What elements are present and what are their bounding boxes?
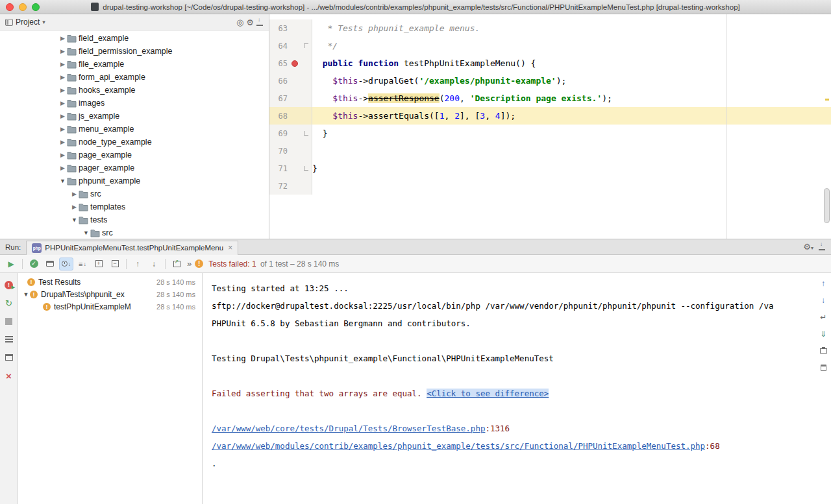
tree-item-hooks-example[interactable]: ▶hooks_example (0, 84, 269, 97)
gear-icon[interactable]: ⚙▾ (803, 242, 813, 252)
code-line[interactable]: 64 */ (269, 37, 831, 54)
collapse-arrow-icon[interactable]: ▼ (58, 178, 67, 184)
see-difference-link[interactable]: <Click to see difference> (427, 389, 549, 398)
code-line[interactable]: 70 (269, 142, 831, 160)
import-test-results-button[interactable] (169, 258, 184, 270)
previous-failed-test-button[interactable]: ↑ (130, 258, 145, 270)
toggle-auto-test-button[interactable]: ↻ (4, 298, 14, 308)
expand-arrow-icon[interactable]: ▶ (58, 152, 67, 158)
scroll-to-end-button[interactable]: ⇓ (818, 329, 828, 339)
collapse-arrow-icon[interactable]: ▼ (82, 230, 90, 236)
rerun-failed-tests-button[interactable]: ! (4, 280, 14, 290)
expand-arrow-icon[interactable]: ▶ (58, 87, 67, 93)
code-line[interactable]: 69 } (269, 125, 831, 142)
show-output-button[interactable] (4, 334, 14, 344)
show-passed-button[interactable]: ✓ (27, 258, 41, 270)
code-line[interactable]: 71 } (269, 160, 831, 177)
print-button[interactable] (818, 346, 828, 356)
expand-all-button[interactable]: + (92, 258, 106, 270)
expand-arrow-icon[interactable]: ▶ (58, 165, 67, 171)
chevron-down-icon[interactable]: ▾ (42, 19, 45, 25)
tree-item-tests[interactable]: ▼tests (0, 213, 269, 226)
soft-wrap-button[interactable]: ↵ (818, 312, 828, 322)
fold-marker-icon[interactable] (304, 131, 308, 136)
code-line[interactable]: 66 $this->drupalGet('/examples/phpunit-e… (269, 72, 831, 90)
expand-arrow-icon[interactable]: ▶ (58, 61, 67, 67)
clear-all-button[interactable] (818, 363, 828, 373)
gear-icon[interactable]: ⚙ (246, 18, 254, 27)
expand-arrow-icon[interactable]: ▶ (58, 126, 67, 132)
code-line[interactable]: 65 public function testPhpUnitExampleMen… (269, 54, 831, 72)
test-class-row[interactable]: ▼ ! Drupal\Tests\phpunit_ex 28 s 140 ms (18, 288, 202, 300)
code-line-highlighted[interactable]: 68 $this->assertEquals([1, 2], [3, 4]); (269, 107, 831, 125)
collapse-arrow-icon[interactable]: ▼ (70, 217, 79, 223)
tree-item-pager-example[interactable]: ▶pager_example (0, 162, 269, 174)
collapse-arrow-icon[interactable]: ▼ (22, 291, 30, 298)
expand-arrow-icon[interactable]: ▶ (58, 74, 67, 80)
toolbar-overflow-icon[interactable]: » (186, 259, 193, 269)
rerun-button[interactable]: ▶ (4, 258, 18, 270)
code-editor[interactable]: 63 * Tests phpunit_example menus. 64 */ … (269, 14, 831, 239)
tree-item-page-example[interactable]: ▶page_example (0, 149, 269, 162)
tree-item-form-api-example[interactable]: ▶form_api_example (0, 71, 269, 84)
fold-marker-icon[interactable] (304, 166, 308, 171)
expand-arrow-icon[interactable]: ▶ (58, 139, 67, 145)
expand-arrow-icon[interactable]: ▶ (58, 113, 67, 119)
line-number: 71 (269, 164, 289, 173)
restore-layout-button[interactable] (4, 352, 14, 363)
collapse-all-button[interactable]: − (108, 258, 122, 270)
code-line[interactable]: 63 * Tests phpunit_example menus. (269, 19, 831, 37)
expand-arrow-icon[interactable]: ▶ (70, 204, 79, 210)
sort-alphabetically-button[interactable]: ≡↓ (75, 258, 90, 270)
console-line: Testing started at 13:25 ... (212, 280, 812, 297)
code-line[interactable]: 72 (269, 177, 831, 195)
hide-panel-icon[interactable] (819, 243, 826, 250)
close-panel-button[interactable]: × (4, 370, 14, 381)
close-window-button[interactable] (6, 3, 14, 11)
zoom-window-button[interactable] (32, 3, 40, 11)
minimize-window-button[interactable] (19, 3, 27, 11)
tree-item-menu-example[interactable]: ▶menu_example (0, 123, 269, 136)
code-token: , (445, 111, 455, 121)
tree-item-templates[interactable]: ▶templates (0, 200, 269, 213)
fold-marker-icon[interactable] (304, 43, 308, 48)
tree-item-field-example[interactable]: ▶field_example (0, 32, 269, 45)
test-duration: 28 s 140 ms (156, 278, 202, 286)
tree-item-file-example[interactable]: ▶file_example (0, 58, 269, 71)
tree-item-src[interactable]: ▶src (0, 187, 269, 200)
expand-arrow-icon[interactable]: ▶ (58, 35, 67, 42)
stack-trace-file-link[interactable]: /var/www/web/modules/contrib/examples/ph… (212, 441, 705, 451)
expand-arrow-icon[interactable]: ▶ (58, 48, 67, 54)
expand-arrow-icon[interactable]: ▶ (70, 191, 79, 197)
down-stack-trace-button[interactable]: ↓ (818, 295, 828, 306)
tree-item-node-type-example[interactable]: ▶node_type_example (0, 136, 269, 149)
test-method-row[interactable]: ! testPhpUnitExampleM 28 s 140 ms (18, 300, 202, 313)
test-failed-icon: ! (27, 278, 35, 286)
failed-test-gutter-icon[interactable] (291, 60, 298, 67)
hide-panel-icon[interactable] (256, 19, 264, 26)
warning-stripe-mark[interactable] (825, 99, 829, 101)
locate-file-icon[interactable]: ◎ (236, 18, 243, 27)
show-ignored-button[interactable] (43, 258, 57, 270)
tree-item-phpunit-example[interactable]: ▼phpunit_example (0, 174, 269, 187)
console-line: sftp://docker@drupaltest.docksal:2225/us… (212, 297, 812, 315)
test-results-root-row[interactable]: ! Test Results 28 s 140 ms (18, 276, 202, 288)
up-stack-trace-button[interactable]: ↑ (818, 278, 828, 289)
tree-item-field-permission-example[interactable]: ▶field_permission_example (0, 45, 269, 58)
close-tab-icon[interactable]: × (228, 243, 232, 252)
stack-trace-file-link[interactable]: /var/www/web/core/tests/Drupal/Tests/Bro… (212, 424, 485, 433)
editor-scrollbar-thumb[interactable] (824, 188, 830, 223)
expand-arrow-icon[interactable]: ▶ (58, 100, 67, 106)
sort-by-duration-button[interactable]: ↓ (59, 258, 73, 270)
tree-item-tests-src[interactable]: ▼src (0, 226, 269, 239)
tree-item-js-example[interactable]: ▶js_example (0, 110, 269, 123)
project-panel-title[interactable]: Project (16, 18, 40, 27)
stop-button[interactable] (4, 316, 14, 326)
folder-label: field_example (79, 34, 129, 43)
project-panel-header: Project ▾ ◎ ⚙ (0, 14, 269, 30)
code-line[interactable]: 67 $this->assertResponse(200, 'Descripti… (269, 90, 831, 107)
tree-item-images[interactable]: ▶images (0, 97, 269, 110)
test-console[interactable]: Testing started at 13:25 ... sftp://dock… (203, 273, 831, 504)
next-failed-test-button[interactable]: ↓ (147, 258, 161, 270)
run-tab[interactable]: php PHPUnitExampleMenuTest.testPhpUnitEx… (26, 241, 238, 255)
